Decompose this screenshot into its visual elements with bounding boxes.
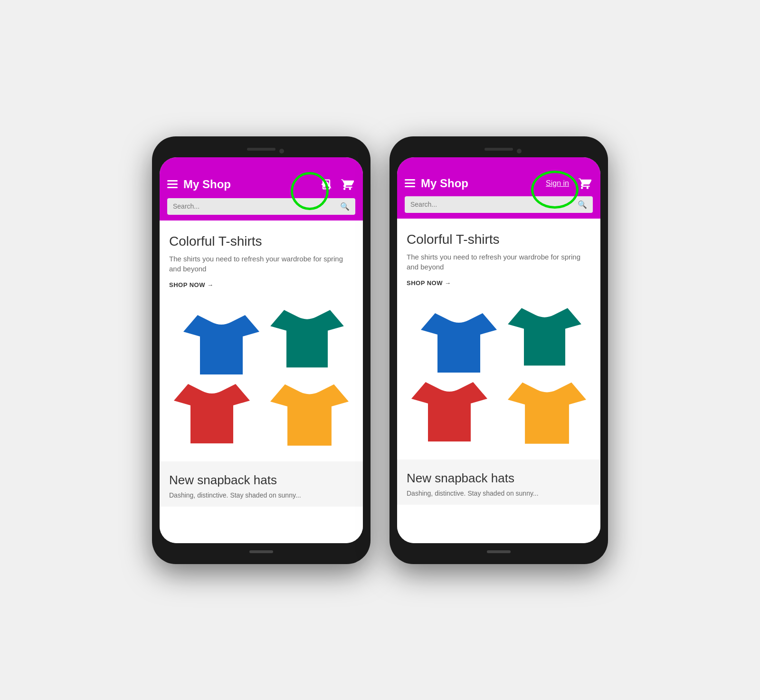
signin-arrow-icon xyxy=(320,178,333,191)
phone-2-screen: My Shop Sign in 🔍 xyxy=(397,157,600,543)
tshirts-image xyxy=(169,296,353,448)
header-actions-2: Sign in xyxy=(542,175,593,192)
header-actions xyxy=(317,175,355,193)
search-button-2[interactable]: 🔍 xyxy=(578,200,587,209)
shop-title-2: My Shop xyxy=(421,177,536,190)
phone-1-top-bar xyxy=(160,144,363,157)
tshirt-red xyxy=(174,374,250,446)
search-bar-2: 🔍 xyxy=(405,196,593,213)
home-button-2[interactable] xyxy=(487,550,511,553)
tshirt-teal-2 xyxy=(508,299,581,368)
next-section-2: New snapback hats Dashing, distinctive. … xyxy=(397,460,600,505)
status-bar-2 xyxy=(397,157,600,169)
next-section-title: New snapback hats xyxy=(169,473,353,488)
hero-description: The shirts you need to refresh your ward… xyxy=(169,254,353,274)
header-top: My Shop xyxy=(167,175,355,193)
phone-camera xyxy=(279,149,284,153)
home-button[interactable] xyxy=(249,550,273,553)
phone-2: My Shop Sign in 🔍 xyxy=(390,136,608,564)
cart-icon-2 xyxy=(578,177,591,190)
search-input[interactable] xyxy=(173,202,336,210)
tshirts-image-2 xyxy=(407,294,591,446)
next-section-title-2: New snapback hats xyxy=(407,471,591,486)
phone-2-top-bar xyxy=(397,144,600,157)
tshirt-yellow xyxy=(270,374,349,448)
phone-1-body: My Shop xyxy=(152,136,370,564)
tshirt-red-2 xyxy=(411,373,487,444)
search-button[interactable]: 🔍 xyxy=(340,202,350,211)
app-content: Colorful T-shirts The shirts you need to… xyxy=(160,221,363,543)
next-section-description-2: Dashing, distinctive. Stay shaded on sun… xyxy=(407,489,591,497)
hamburger-menu-button[interactable] xyxy=(167,180,178,188)
tshirt-blue xyxy=(183,306,259,377)
phone-1: My Shop xyxy=(152,136,370,564)
phone-bottom-bar xyxy=(160,547,363,556)
tshirt-teal xyxy=(270,301,344,370)
hamburger-menu-button-2[interactable] xyxy=(405,179,415,187)
header-top-2: My Shop Sign in xyxy=(405,175,593,192)
tshirt-blue-2 xyxy=(421,304,497,375)
phone-speaker xyxy=(247,148,276,151)
hero-section-2: Colorful T-shirts The shirts you need to… xyxy=(397,219,600,456)
search-bar: 🔍 xyxy=(167,198,355,215)
cart-button-2[interactable] xyxy=(577,175,593,192)
app-header-2: My Shop Sign in 🔍 xyxy=(397,169,600,219)
tshirt-yellow-2 xyxy=(508,373,586,446)
hero-section: Colorful T-shirts The shirts you need to… xyxy=(160,221,363,458)
cart-icon xyxy=(341,178,354,191)
signin-text-button[interactable]: Sign in xyxy=(542,177,573,190)
signin-icon-button[interactable] xyxy=(317,175,335,193)
phone-2-bottom-bar xyxy=(397,547,600,556)
hero-title-2: Colorful T-shirts xyxy=(407,232,591,247)
next-section-description: Dashing, distinctive. Stay shaded on sun… xyxy=(169,491,353,499)
status-bar xyxy=(160,157,363,169)
app-content-2: Colorful T-shirts The shirts you need to… xyxy=(397,219,600,543)
next-section: New snapback hats Dashing, distinctive. … xyxy=(160,461,363,507)
phone-2-body: My Shop Sign in 🔍 xyxy=(390,136,608,564)
shop-now-button[interactable]: SHOP NOW → xyxy=(169,281,353,288)
app-header: My Shop xyxy=(160,169,363,221)
phone-2-camera xyxy=(517,149,522,153)
hero-description-2: The shirts you need to refresh your ward… xyxy=(407,252,591,272)
shop-title: My Shop xyxy=(183,178,312,191)
shop-now-button-2[interactable]: SHOP NOW → xyxy=(407,279,591,287)
phone-2-speaker xyxy=(484,148,513,151)
cart-button[interactable] xyxy=(339,176,355,192)
search-input-2[interactable] xyxy=(410,201,574,208)
phone-1-screen: My Shop xyxy=(160,157,363,543)
hero-title: Colorful T-shirts xyxy=(169,234,353,249)
